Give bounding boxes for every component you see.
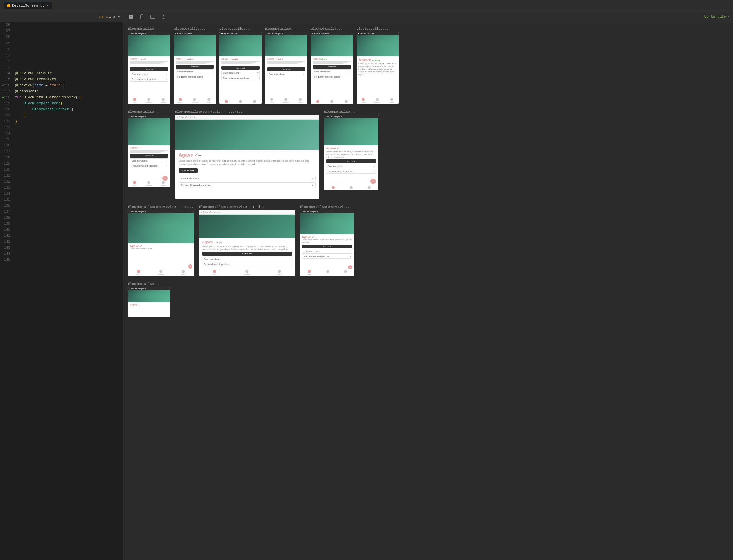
preview-label: BloomDetailScreenPreview - Tablet xyxy=(199,205,295,209)
preview-label: BloomDetailSc... xyxy=(357,27,399,31)
code-line: 131 xyxy=(0,173,123,179)
preview-card[interactable]: ▪ BloomCompose Agave — small xyxy=(128,32,170,104)
app-content: Agave ✓— Add to cart Care instructions ›… xyxy=(128,145,170,180)
app-plant-image xyxy=(128,213,194,243)
app-topbar: ▪ BloomCompose xyxy=(128,32,170,35)
app-topbar: ▪ BloomCompose xyxy=(220,32,262,35)
care-instructions-item[interactable]: Care instructions › xyxy=(179,176,316,181)
sections: Care instructions › Frequently asked que… xyxy=(179,176,316,188)
add-to-cart-button[interactable]: Add to cart xyxy=(179,168,198,173)
app-topbar: ▪ BloomCompose xyxy=(300,210,354,213)
file-tab[interactable]: DetailScreen.kt × xyxy=(4,2,52,9)
plant-name: Agave — medium xyxy=(221,57,260,60)
warning-badge: ⚠ 6 xyxy=(99,15,103,19)
nav-down-button[interactable]: ▼ xyxy=(118,15,120,19)
preview-item-6[interactable]: BloomDetailSc... ▪ BloomCompose Agave In… xyxy=(357,27,399,104)
app-topbar: ▪ BloomCompose xyxy=(357,32,399,35)
toggle-layout-button[interactable] xyxy=(127,13,135,21)
preview-card[interactable]: ▪ BloomCompose Agave ✓ — Lorem ipsum dol… xyxy=(300,210,354,276)
code-line: 144 xyxy=(0,251,123,257)
app-mockup: ▪ BloomCompose Agave In Stock Ad xyxy=(311,32,353,104)
care-instructions-item: Care instructions › xyxy=(267,72,306,76)
app-plant-image xyxy=(128,290,170,302)
app-content: Agave In Stock Add to cart Care instruct… xyxy=(311,56,353,99)
tablet-view-button[interactable] xyxy=(149,13,157,21)
preview-row-1: BloomDetailSc... ▪ BloomCompose Agave — … xyxy=(128,27,728,104)
description-lines xyxy=(130,150,168,153)
preview-item-2[interactable]: BloomDetailSc... ▪ BloomCompose Agave — … xyxy=(174,27,216,104)
plant-name: Agave ✓ — xyxy=(302,235,353,239)
nav-up-button[interactable]: ▲ xyxy=(113,15,116,19)
preview-label: BloomDetailSc... xyxy=(128,282,170,286)
preview-item-9[interactable]: BloomDetailScreenPrevi... ▪ BloomCompose… xyxy=(300,205,354,276)
app-content: Agave — medium Add to cart Care instruct… xyxy=(220,56,262,99)
preview-card[interactable]: ▪ BloomCompose Agave — medium Ad xyxy=(174,32,216,104)
code-line: 145 xyxy=(0,257,123,263)
preview-panel: Up-to-date ✓ BloomDetailSc... ▪ BloomCom… xyxy=(123,11,733,560)
status-text: Up-to-date xyxy=(704,15,726,19)
add-to-cart-button: Add to cart xyxy=(267,67,306,71)
fab-button[interactable]: + xyxy=(370,179,376,184)
code-line-118: 118 fun BloomDetailScreenPreview(){ ▶ xyxy=(0,94,123,100)
gutter-settings-icon[interactable]: ⚙ xyxy=(1,83,5,87)
preview-item-tablet[interactable]: BloomDetailScreenPreview - Tablet ▪ Bloo… xyxy=(199,205,295,276)
fab-button[interactable]: + xyxy=(348,265,353,269)
preview-card[interactable]: ▪ BloomCompose Agave ✓ — Lorem ipsum dol… xyxy=(128,210,194,276)
error-badge: ⚠ 1 xyxy=(106,15,111,19)
check-icon: ✓ xyxy=(727,14,729,19)
preview-item-5[interactable]: BloomDetailSc... ▪ BloomCompose Agave In… xyxy=(311,27,353,104)
faq-item: Frequently asked questions › xyxy=(313,75,351,79)
tab-close-button[interactable]: × xyxy=(46,4,48,8)
app-plant-image xyxy=(174,35,216,56)
preview-item-desktop[interactable]: BloomDetailScreenPreview - Desktop ▪ Blo… xyxy=(175,110,319,199)
plant-name: Agave ✓— xyxy=(130,146,168,149)
app-plant-image xyxy=(324,118,378,145)
preview-item-1[interactable]: BloomDetailSc... ▪ BloomCompose Agave — … xyxy=(128,27,170,104)
run-gutter-icon[interactable]: ▶ xyxy=(1,95,5,99)
care-instructions-item: Care instructions › xyxy=(130,158,168,163)
preview-card[interactable]: ▪ BloomCompose Agave — medium xyxy=(220,32,262,104)
fab-button[interactable]: + xyxy=(188,264,193,269)
faq-item[interactable]: Frequently asked questions › xyxy=(179,182,316,188)
app-topbar: ▪ BloomCompose xyxy=(174,32,216,35)
preview-item-phone-bottom[interactable]: BloomDetailScreenPreview - Pho... ▪ Bloo… xyxy=(128,205,194,276)
phone-view-button[interactable] xyxy=(138,13,146,21)
preview-card-tablet[interactable]: ▪ BloomCompose Agave — large Lorem ipsum… xyxy=(199,210,295,276)
preview-item-8[interactable]: BloomDetailSc... ▪ BloomCompose Agave ✓—… xyxy=(324,110,378,190)
preview-item-10[interactable]: BloomDetailSc... ▪ BloomCompose Agave ✓ xyxy=(128,282,170,317)
app-content: Agave In Stock Lorem ipsum dolor sit ame… xyxy=(357,56,399,97)
preview-card[interactable]: ▪ BloomCompose Agave In Stock Ad xyxy=(311,32,353,104)
svg-rect-2 xyxy=(129,17,131,19)
preview-item-3[interactable]: BloomDetailSc... ▪ BloomCompose Agave — … xyxy=(220,27,262,104)
app-topbar: ▪ BloomCompose xyxy=(311,32,353,35)
preview-card[interactable]: ▪ BloomCompose Agave In Stock Lorem ipsu… xyxy=(357,32,399,104)
care-instructions-item: Care instructions › xyxy=(221,71,260,75)
more-options-button[interactable] xyxy=(159,13,168,21)
desktop-app-mockup: ▪ BloomCompose Agave ✓— Lorem ipsum dolo… xyxy=(175,115,319,199)
preview-row-4: BloomDetailSc... ▪ BloomCompose Agave ✓ xyxy=(128,282,728,317)
code-line: 108 xyxy=(0,34,123,40)
code-line: 126 xyxy=(0,143,123,149)
preview-card[interactable]: ▪ BloomCompose Agave ✓— Add to c xyxy=(128,115,170,187)
bottom-nav xyxy=(220,99,262,104)
svg-point-10 xyxy=(163,18,164,18)
warning-count: 6 xyxy=(102,15,104,19)
title-bar: DetailScreen.kt × xyxy=(0,0,733,11)
preview-grid[interactable]: BloomDetailSc... ▪ BloomCompose Agave — … xyxy=(123,22,733,560)
preview-card[interactable]: ▪ BloomCompose Agave ✓— Lorem ipsum dolo… xyxy=(324,115,378,190)
code-line: 112 xyxy=(0,58,123,64)
app-content: Agave — small Add to cart Care instruct xyxy=(128,56,170,97)
bottom-nav: Home xyxy=(300,269,354,276)
preview-item-7[interactable]: BloomDetailSc... ▪ BloomCompose Agave ✓— xyxy=(128,110,170,187)
code-line: 106 xyxy=(0,22,123,28)
preview-card[interactable]: ▪ BloomCompose Agave — instock xyxy=(265,32,307,104)
preview-card[interactable]: ▪ BloomCompose Agave ✓ xyxy=(128,287,170,317)
preview-card-desktop[interactable]: ▪ BloomCompose Agave ✓— Lorem ipsum dolo… xyxy=(175,115,319,199)
preview-item-4[interactable]: BloomDetailSc... ▪ BloomCompose Agave — … xyxy=(265,27,307,104)
code-line: 132 xyxy=(0,179,123,185)
code-line: 140 xyxy=(0,227,123,233)
code-toolbar: ⚠ 6 ⚠ 1 ▲ ▼ xyxy=(0,11,123,22)
svg-point-7 xyxy=(154,17,155,17)
plant-name: Agave — medium xyxy=(176,57,214,60)
fab-button[interactable]: + xyxy=(162,176,168,181)
